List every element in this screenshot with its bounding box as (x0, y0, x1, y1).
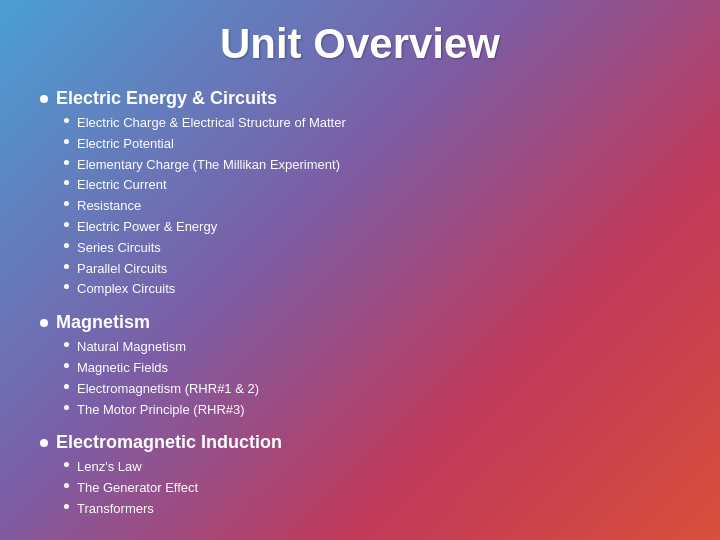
list-item: Elementary Charge (The Millikan Experime… (64, 155, 680, 176)
section-header-electromagnetic: Electromagnetic Induction (40, 432, 680, 453)
list-item: Lenz's Law (64, 457, 680, 478)
bullet-sub-icon (64, 264, 69, 269)
bullet-sub-icon (64, 201, 69, 206)
list-item: Magnetic Fields (64, 358, 680, 379)
bullet-sub-icon (64, 363, 69, 368)
section-electromagnetic: Electromagnetic Induction Lenz's Law The… (40, 432, 680, 519)
bullet-sub-icon (64, 284, 69, 289)
sub-items-electromagnetic: Lenz's Law The Generator Effect Transfor… (64, 457, 680, 519)
bullet-sub-icon (64, 504, 69, 509)
list-item: The Motor Principle (RHR#3) (64, 400, 680, 421)
bullet-sub-icon (64, 139, 69, 144)
sub-items-electric: Electric Charge & Electrical Structure o… (64, 113, 680, 300)
list-item: Resistance (64, 196, 680, 217)
bullet-sub-icon (64, 243, 69, 248)
bullet-sub-icon (64, 342, 69, 347)
bullet-sub-icon (64, 118, 69, 123)
section-title-electromagnetic: Electromagnetic Induction (56, 432, 282, 453)
section-header-electric: Electric Energy & Circuits (40, 88, 680, 109)
content-area: Electric Energy & Circuits Electric Char… (40, 88, 680, 520)
section-electric-energy: Electric Energy & Circuits Electric Char… (40, 88, 680, 300)
slide: Unit Overview Electric Energy & Circuits… (0, 0, 720, 540)
list-item: Parallel Circuits (64, 259, 680, 280)
bullet-sub-icon (64, 160, 69, 165)
list-item: Complex Circuits (64, 279, 680, 300)
bullet-sub-icon (64, 483, 69, 488)
list-item: Natural Magnetism (64, 337, 680, 358)
section-title-electric: Electric Energy & Circuits (56, 88, 277, 109)
list-item: Electric Potential (64, 134, 680, 155)
list-item: Electric Charge & Electrical Structure o… (64, 113, 680, 134)
list-item: Transformers (64, 499, 680, 520)
sub-items-magnetism: Natural Magnetism Magnetic Fields Electr… (64, 337, 680, 420)
bullet-sub-icon (64, 405, 69, 410)
section-magnetism: Magnetism Natural Magnetism Magnetic Fie… (40, 312, 680, 420)
list-item: The Generator Effect (64, 478, 680, 499)
bullet-sub-icon (64, 462, 69, 467)
list-item: Electromagnetism (RHR#1 & 2) (64, 379, 680, 400)
list-item: Series Circuits (64, 238, 680, 259)
section-title-magnetism: Magnetism (56, 312, 150, 333)
list-item: Electric Current (64, 175, 680, 196)
section-header-magnetism: Magnetism (40, 312, 680, 333)
bullet-main-icon (40, 95, 48, 103)
bullet-sub-icon (64, 384, 69, 389)
bullet-sub-icon (64, 180, 69, 185)
bullet-sub-icon (64, 222, 69, 227)
bullet-main-icon (40, 319, 48, 327)
bullet-main-icon (40, 439, 48, 447)
list-item: Electric Power & Energy (64, 217, 680, 238)
slide-title: Unit Overview (40, 20, 680, 68)
